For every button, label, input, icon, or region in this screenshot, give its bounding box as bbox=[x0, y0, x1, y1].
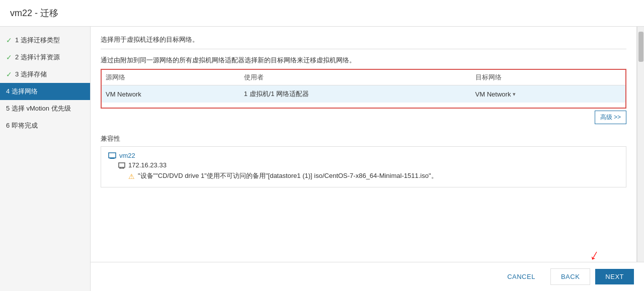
back-button[interactable]: BACK bbox=[550, 268, 590, 285]
svg-rect-3 bbox=[119, 163, 125, 167]
dialog-footer: ↓ CANCEL BACK NEXT bbox=[91, 262, 644, 291]
sidebar-item-step6[interactable]: 6 即将完成 bbox=[0, 117, 90, 134]
col-header-source: 源网络 bbox=[102, 70, 240, 85]
scrollbar-thumb[interactable] bbox=[638, 32, 643, 62]
advanced-button[interactable]: 高级 >> bbox=[595, 111, 626, 124]
svg-rect-0 bbox=[109, 153, 116, 158]
table-row[interactable]: VM Network 1 虚拟机/1 网络适配器 VM Network ▾ bbox=[102, 85, 625, 103]
divider-1 bbox=[101, 49, 626, 49]
host-ip: 172.16.23.33 bbox=[128, 161, 167, 169]
sidebar-label-1: 1 选择迁移类型 bbox=[15, 36, 60, 45]
vm-icon bbox=[108, 152, 116, 159]
cancel-button[interactable]: CANCEL bbox=[497, 269, 545, 284]
col-header-target: 目标网络 bbox=[471, 70, 625, 85]
sidebar-label-4: 4 选择网络 bbox=[6, 87, 38, 96]
scrollbar[interactable] bbox=[637, 27, 644, 262]
compat-vm: vm22 bbox=[108, 152, 619, 159]
compat-warning: ⚠ "设备""CD/DVD drive 1"使用不可访问的备用"[datasto… bbox=[128, 171, 619, 182]
vm-name: vm22 bbox=[119, 152, 135, 159]
target-network-dropdown[interactable]: VM Network ▾ bbox=[475, 90, 621, 98]
sidebar-label-3: 3 选择存储 bbox=[15, 70, 47, 79]
compat-host: 172.16.23.33 bbox=[118, 161, 619, 169]
compatibility-section: 兼容性 vm22 bbox=[101, 134, 626, 187]
warning-icon: ⚠ bbox=[128, 171, 135, 182]
description-2: 通过由附加到同一源网络的所有虚拟机网络适配器选择新的目标网络来迁移虚拟机网络。 bbox=[101, 55, 626, 65]
sidebar-label-5: 5 选择 vMotion 优先级 bbox=[6, 104, 71, 113]
main-content: 选择用于虚拟机迁移的目标网络。 通过由附加到同一源网络的所有虚拟机网络适配器选择… bbox=[91, 27, 644, 291]
sidebar-item-step2[interactable]: ✓ 2 选择计算资源 bbox=[0, 49, 90, 66]
sidebar-item-step1[interactable]: ✓ 1 选择迁移类型 bbox=[0, 32, 90, 49]
compat-box: vm22 bbox=[101, 146, 626, 187]
cell-source: VM Network bbox=[102, 85, 240, 103]
col-header-users: 使用者 bbox=[240, 70, 471, 85]
description-1: 选择用于虚拟机迁移的目标网络。 bbox=[101, 35, 626, 45]
network-table: 源网络 使用者 目标网络 VM Network 1 虚拟机/1 网络适配器 bbox=[102, 70, 625, 103]
target-value: VM Network bbox=[475, 90, 511, 98]
sidebar: ✓ 1 选择迁移类型 ✓ 2 选择计算资源 ✓ 3 选择存储 4 选择网络 5 … bbox=[0, 27, 91, 291]
chevron-down-icon: ▾ bbox=[513, 91, 516, 98]
warning-text: "设备""CD/DVD drive 1"使用不可访问的备用"[datastore… bbox=[138, 171, 438, 181]
network-table-wrapper: 源网络 使用者 目标网络 VM Network 1 虚拟机/1 网络适配器 bbox=[101, 69, 626, 109]
title-text: vm22 - 迁移 bbox=[10, 8, 58, 18]
sidebar-item-step3[interactable]: ✓ 3 选择存储 bbox=[0, 66, 90, 83]
sidebar-item-step4[interactable]: 4 选择网络 bbox=[0, 83, 90, 100]
check-icon-3: ✓ bbox=[6, 70, 12, 78]
compat-label: 兼容性 bbox=[101, 134, 626, 143]
sidebar-item-step5[interactable]: 5 选择 vMotion 优先级 bbox=[0, 100, 90, 117]
sidebar-label-6: 6 即将完成 bbox=[6, 121, 38, 130]
dialog: vm22 - 迁移 ✓ 1 选择迁移类型 ✓ 2 选择计算资源 ✓ 3 选择存储… bbox=[0, 0, 644, 291]
cell-target: VM Network ▾ bbox=[471, 85, 625, 103]
cell-users: 1 虚拟机/1 网络适配器 bbox=[240, 85, 471, 103]
next-button[interactable]: NEXT bbox=[595, 269, 634, 284]
check-icon-2: ✓ bbox=[6, 53, 12, 61]
host-icon bbox=[118, 162, 125, 169]
content-area: 选择用于虚拟机迁移的目标网络。 通过由附加到同一源网络的所有虚拟机网络适配器选择… bbox=[91, 27, 637, 262]
sidebar-label-2: 2 选择计算资源 bbox=[15, 53, 60, 62]
check-icon-1: ✓ bbox=[6, 36, 12, 44]
dialog-title: vm22 - 迁移 bbox=[0, 0, 644, 27]
dialog-body: ✓ 1 选择迁移类型 ✓ 2 选择计算资源 ✓ 3 选择存储 4 选择网络 5 … bbox=[0, 27, 644, 291]
content-with-scroll: 选择用于虚拟机迁移的目标网络。 通过由附加到同一源网络的所有虚拟机网络适配器选择… bbox=[91, 27, 644, 262]
